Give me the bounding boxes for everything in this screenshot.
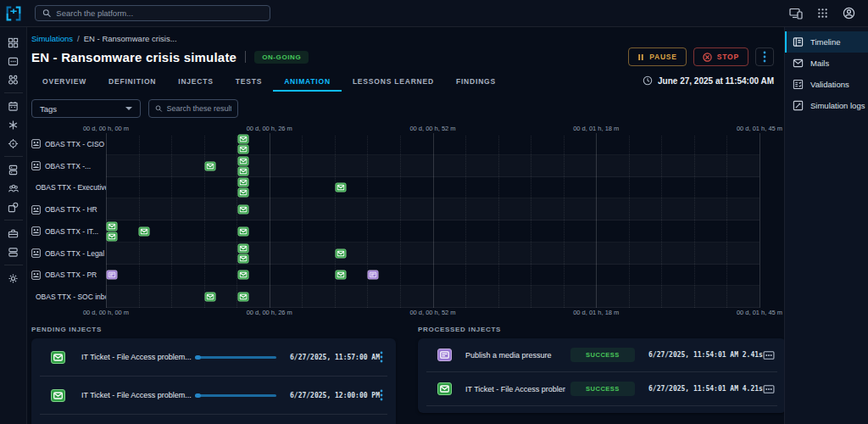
tab-findings[interactable]: FINDINGS xyxy=(445,72,507,92)
assets-icon[interactable] xyxy=(0,160,27,179)
email-inject-marker[interactable] xyxy=(106,221,117,231)
teams-icon[interactable] xyxy=(0,179,27,198)
chevron-down-icon xyxy=(125,107,132,110)
email-inject-marker[interactable] xyxy=(237,188,248,198)
team-icon xyxy=(31,139,41,148)
calendar-icon[interactable] xyxy=(0,97,27,115)
inject-title: IT Ticket - File Access problem... xyxy=(465,385,565,393)
email-inject-marker[interactable] xyxy=(335,183,346,192)
tab-injects[interactable]: INJECTS xyxy=(167,72,225,92)
simulations-icon[interactable] xyxy=(0,52,27,70)
pause-button[interactable]: PAUSE xyxy=(628,47,687,66)
app-logo[interactable] xyxy=(0,4,27,23)
pending-injects-card: IT Ticket - File Access problem...6/27/2… xyxy=(31,338,396,424)
timeline-row-label: OBAS TTX - SOC inbox xyxy=(31,286,106,308)
email-inject-marker[interactable] xyxy=(237,156,248,165)
timeline-axis-bottom: 00 d, 00 h, 00 m00 d, 00 h, 26 m00 d, 00… xyxy=(106,308,760,317)
email-inject-marker[interactable] xyxy=(237,271,248,280)
header-menu-button[interactable] xyxy=(755,47,774,66)
email-inject-marker[interactable] xyxy=(139,226,150,236)
email-inject-marker[interactable] xyxy=(335,248,346,258)
email-inject-marker[interactable] xyxy=(237,144,248,153)
email-inject-marker[interactable] xyxy=(237,254,248,263)
gridline-minor xyxy=(661,136,662,308)
inject-countdown-progress xyxy=(195,394,276,397)
axis-tick-label: 00 d, 01 h, 45 m xyxy=(737,125,782,132)
email-inject-marker[interactable] xyxy=(237,166,248,176)
gridline-minor xyxy=(400,136,401,308)
timeline-row-labels: OBAS TTX - CISOOBAS TTX -...OBAS TTX - E… xyxy=(31,133,106,308)
platform-search[interactable] xyxy=(35,5,270,21)
timeline-row-label: OBAS TTX - HR xyxy=(31,198,106,220)
breadcrumb-simulations[interactable]: Simulations xyxy=(31,34,73,43)
inject-menu-button[interactable] xyxy=(380,351,383,363)
email-inject-marker[interactable] xyxy=(204,161,215,170)
gridline-minor xyxy=(302,136,303,308)
components-icon[interactable] xyxy=(0,243,27,261)
stop-button[interactable]: STOP xyxy=(693,47,748,66)
timeline-axis-top: 00 d, 00 h, 00 m00 d, 00 h, 26 m00 d, 00… xyxy=(106,124,760,133)
axis-tick-label: 00 d, 00 h, 00 m xyxy=(83,309,129,316)
axis-tick-label: 00 d, 01 h, 45 m xyxy=(737,309,782,316)
processed-inject-row[interactable]: IT Ticket - File Access problem...SUCCES… xyxy=(426,372,777,406)
email-inject-marker[interactable] xyxy=(204,293,215,302)
pending-inject-row[interactable]: Customer Support issues noted6/27/2025, … xyxy=(40,415,387,424)
atomic-testing-icon[interactable] xyxy=(0,115,27,134)
search-icon xyxy=(155,104,163,113)
axis-tick-label: 00 d, 00 h, 52 m xyxy=(409,125,455,132)
breadcrumb-current: EN - Ransomware crisis... xyxy=(84,34,177,43)
media-inject-marker[interactable] xyxy=(368,271,379,280)
payloads-icon[interactable] xyxy=(0,198,27,216)
injects-timeline-chart: 00 d, 00 h, 00 m00 d, 00 h, 26 m00 d, 00… xyxy=(31,124,774,317)
sidebar-item-validations[interactable]: Validations xyxy=(785,74,868,95)
devices-icon[interactable] xyxy=(789,8,803,20)
chart-area xyxy=(106,133,760,308)
sidebar-item-simulation-logs[interactable]: Simulation logs xyxy=(785,95,868,116)
timeline-row-label: OBAS TTX - CISO xyxy=(31,133,106,155)
tab-definition[interactable]: DEFINITION xyxy=(97,72,167,92)
sidebar-item-mails[interactable]: Mails xyxy=(785,53,868,74)
integrations-icon[interactable] xyxy=(0,224,27,243)
email-inject-icon xyxy=(437,382,452,395)
inject-timestamp: 6/27/2025, 12:00:00 PM xyxy=(290,392,380,399)
findings-icon[interactable] xyxy=(0,70,27,89)
email-inject-marker[interactable] xyxy=(335,271,346,280)
inject-result-button[interactable] xyxy=(763,383,775,395)
email-inject-marker[interactable] xyxy=(237,134,248,143)
tab-overview[interactable]: OVERVIEW xyxy=(31,72,97,92)
email-inject-marker[interactable] xyxy=(237,178,248,187)
results-search[interactable] xyxy=(148,99,238,118)
tab-animation[interactable]: ANIMATION xyxy=(273,72,342,92)
processed-inject-row[interactable]: Publish a media pressureSUCCESS6/27/2025… xyxy=(426,338,777,372)
dashboard-icon[interactable] xyxy=(0,33,27,52)
processed-injects-title: PROCESSED INJECTS xyxy=(418,326,784,333)
inject-title: Publish a media pressure xyxy=(465,351,565,360)
media-inject-marker[interactable] xyxy=(106,271,117,280)
sidebar-item-timeline[interactable]: Timeline xyxy=(785,31,868,53)
email-inject-marker[interactable] xyxy=(237,226,248,236)
kebab-icon xyxy=(380,351,383,363)
pending-inject-row[interactable]: IT Ticket - File Access problem...6/27/2… xyxy=(40,338,387,377)
platform-search-input[interactable] xyxy=(56,8,263,18)
inject-menu-button[interactable] xyxy=(380,389,383,401)
account-icon[interactable] xyxy=(843,7,855,20)
gridline-major xyxy=(270,133,270,308)
target-icon[interactable] xyxy=(0,134,27,153)
sidebar-item-label: Simulation logs xyxy=(810,101,865,110)
email-inject-marker[interactable] xyxy=(237,243,248,253)
email-inject-marker[interactable] xyxy=(106,232,117,241)
sidebar-divider xyxy=(4,265,23,265)
email-inject-marker[interactable] xyxy=(237,205,248,215)
gridline-minor xyxy=(367,136,368,308)
apps-grid-icon[interactable] xyxy=(817,8,828,19)
tab-tests[interactable]: TESTS xyxy=(225,72,273,92)
inject-result-button[interactable] xyxy=(763,349,775,361)
sidebar-item-label: Validations xyxy=(810,80,849,89)
tab-lessons-learned[interactable]: LESSONS LEARNED xyxy=(342,72,445,92)
settings-icon[interactable] xyxy=(0,269,27,287)
email-inject-marker[interactable] xyxy=(237,293,248,302)
tags-filter-select[interactable]: Tags xyxy=(31,99,141,118)
pending-inject-row[interactable]: IT Ticket - File Access problem...6/27/2… xyxy=(40,377,387,415)
results-search-input[interactable] xyxy=(167,104,232,113)
email-inject-icon xyxy=(51,389,65,402)
